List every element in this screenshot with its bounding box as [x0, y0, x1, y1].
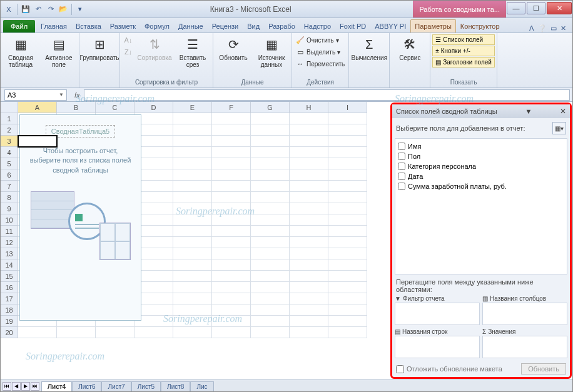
cell[interactable] [212, 248, 251, 259]
cell[interactable] [18, 136, 57, 147]
group-button[interactable]: ⊞Группировать [81, 34, 118, 63]
sheet-tab[interactable]: Лис [190, 381, 213, 391]
column-header[interactable]: I [328, 102, 367, 113]
move-button[interactable]: ↔Переместить [294, 58, 347, 69]
column-header[interactable]: F [212, 102, 251, 113]
active-field-button[interactable]: ▤Активное поле [41, 34, 77, 69]
row-header[interactable]: 16 [1, 282, 18, 293]
restore-window-icon[interactable]: ▭ [550, 24, 557, 33]
row-header[interactable]: 13 [1, 248, 18, 259]
tab-pivot-options[interactable]: Параметры [410, 19, 456, 33]
row-header[interactable]: 6 [1, 169, 18, 181]
minimize-button[interactable]: — [507, 2, 525, 14]
cell[interactable] [173, 259, 212, 271]
cell[interactable] [328, 203, 367, 214]
sort-button[interactable]: ⇅Сортировка [136, 34, 173, 63]
excel-icon[interactable]: X [3, 4, 14, 15]
cell[interactable] [173, 237, 212, 248]
cell[interactable] [290, 316, 328, 327]
cell[interactable] [173, 316, 212, 327]
cell[interactable] [251, 147, 290, 158]
formula-input[interactable] [84, 89, 570, 101]
close-button[interactable]: ✕ [547, 2, 572, 14]
zone-columns-box[interactable] [482, 303, 567, 325]
cell[interactable] [212, 203, 251, 214]
row-header[interactable]: 4 [1, 147, 18, 158]
cell[interactable] [290, 293, 328, 304]
tab-abbyy[interactable]: ABBYY PI [370, 19, 410, 33]
cell[interactable] [328, 259, 367, 271]
fieldlist-layout-button[interactable]: ▦▾ [552, 122, 566, 134]
cell[interactable] [328, 271, 367, 282]
field-item[interactable]: Категория персонала [398, 161, 564, 171]
cell[interactable] [290, 124, 328, 136]
row-header[interactable]: 11 [1, 226, 18, 237]
zone-rows-box[interactable] [395, 336, 480, 358]
cell[interactable] [212, 304, 251, 316]
cell[interactable] [173, 147, 212, 158]
cell[interactable] [328, 158, 367, 169]
tools-button[interactable]: 🛠Сервис [392, 34, 428, 63]
clear-button[interactable]: 🧹Очистить ▾ [294, 34, 347, 46]
column-header[interactable]: D [134, 102, 173, 113]
cell[interactable] [173, 304, 212, 316]
cell[interactable] [212, 124, 251, 136]
cell[interactable] [212, 181, 251, 192]
column-header[interactable]: B [57, 102, 96, 113]
row-header[interactable]: 5 [1, 158, 18, 169]
cell[interactable] [212, 237, 251, 248]
cell[interactable] [290, 214, 328, 226]
cell[interactable] [173, 226, 212, 237]
update-button[interactable]: Обновить [521, 363, 566, 374]
refresh-button[interactable]: ⟳Обновить [215, 34, 251, 63]
cell[interactable] [251, 237, 290, 248]
sheet-nav-first[interactable]: ⏮ [3, 382, 11, 391]
zone-values-box[interactable] [482, 336, 567, 358]
zone-filter-box[interactable] [395, 303, 480, 325]
sheet-tab[interactable]: Лист6 [72, 381, 101, 391]
cell[interactable] [290, 181, 328, 192]
sheet-tab[interactable]: Лист7 [101, 381, 131, 391]
insert-slicer-button[interactable]: ☰Вставить срез [175, 34, 211, 69]
column-header[interactable]: H [290, 102, 328, 113]
row-header[interactable]: 14 [1, 259, 18, 271]
tab-formulas[interactable]: Формул [140, 19, 174, 33]
cell[interactable] [212, 169, 251, 181]
undo-icon[interactable]: ↶ [33, 4, 44, 15]
select-all-corner[interactable] [1, 102, 18, 113]
cell[interactable] [290, 259, 328, 271]
fieldlist-toggle[interactable]: ☰Список полей [432, 34, 495, 45]
cell[interactable] [251, 158, 290, 169]
cell[interactable] [173, 248, 212, 259]
cell[interactable] [251, 259, 290, 271]
cell[interactable] [212, 147, 251, 158]
cell[interactable] [290, 327, 328, 338]
sheet-nav-prev[interactable]: ◀ [12, 382, 21, 391]
cell[interactable] [328, 214, 367, 226]
close-workbook-icon[interactable]: ✕ [560, 24, 566, 33]
sort-az-button[interactable]: A↓ [122, 34, 134, 46]
select-button[interactable]: ▭Выделить ▾ [294, 46, 347, 58]
worksheet[interactable]: ABCDEFGHI 123456789101112131415161718192… [1, 102, 390, 379]
cell[interactable] [290, 237, 328, 248]
help-icon[interactable]: ❔ [538, 24, 547, 33]
cell[interactable] [290, 203, 328, 214]
cell[interactable] [18, 327, 57, 338]
sheet-nav-last[interactable]: ⏭ [31, 382, 39, 391]
cell[interactable] [212, 214, 251, 226]
cell[interactable] [212, 259, 251, 271]
cell[interactable] [173, 136, 212, 147]
cell[interactable] [251, 304, 290, 316]
cell[interactable] [290, 226, 328, 237]
field-item[interactable]: Дата [398, 171, 564, 181]
cell[interactable] [173, 327, 212, 338]
cell[interactable] [251, 293, 290, 304]
cell[interactable] [290, 304, 328, 316]
open-icon[interactable]: 📂 [58, 4, 69, 15]
name-box[interactable]: A3▼ [4, 89, 67, 101]
cell[interactable] [212, 316, 251, 327]
cell[interactable] [173, 214, 212, 226]
field-item[interactable]: Сумма заработной платы, руб. [398, 181, 564, 191]
row-header[interactable]: 12 [1, 237, 18, 248]
cell[interactable] [328, 304, 367, 316]
